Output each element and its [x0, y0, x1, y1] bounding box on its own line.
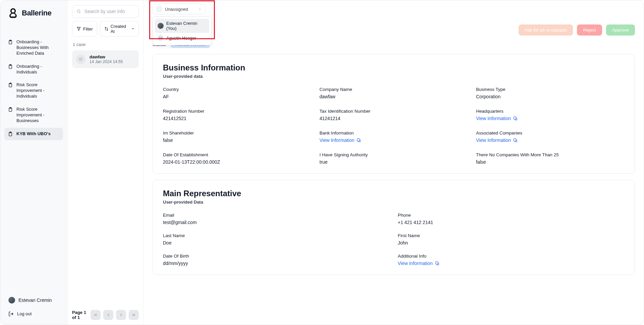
case-item[interactable]: D dawfaw 14 Jan 2024 14:55	[72, 50, 139, 68]
assignee-area: Unassigned Estevan Cremin (You) AH Agust…	[153, 4, 206, 14]
field-label: Tax Identification Number	[319, 109, 468, 114]
field-value: dawfaw	[319, 94, 468, 99]
nav-item-onboarding-ind[interactable]: Onboarding - Individuals	[4, 60, 63, 78]
field-value: 2024-01-13T22:00:00.000Z	[163, 159, 311, 165]
assignee-option-self[interactable]: Estevan Cremin (You)	[155, 19, 209, 33]
case-avatar: D	[76, 55, 85, 64]
field-headquarters: HeadquartersView Information	[476, 109, 625, 121]
field-country: CountryAF	[163, 87, 311, 99]
assignee-select[interactable]: Unassigned	[153, 4, 206, 14]
user-name: Estevan Cremin	[18, 297, 52, 303]
current-user[interactable]: Estevan Cremin	[6, 294, 62, 306]
field-dob: Date Of Birthdd/mm/yyyy	[163, 254, 390, 266]
external-link-icon	[435, 261, 440, 266]
view-link[interactable]: View Information	[319, 138, 361, 143]
clipboard-icon	[8, 107, 13, 112]
nav-item-risk-biz[interactable]: Risk Score Improvement - Businesses	[4, 103, 63, 127]
field-label: Date Of Birth	[163, 254, 390, 259]
clipboard-icon	[8, 40, 13, 45]
svg-point-10	[77, 10, 80, 12]
nav-item-kyb-ubo[interactable]: KYB With UBO's	[4, 128, 63, 140]
sort-label: Created At	[111, 24, 129, 34]
field-value: test@gmail.com	[163, 220, 390, 225]
field-label: I Have Signing Authority	[319, 152, 468, 157]
svg-rect-13	[514, 139, 516, 141]
field-label: Phone	[398, 213, 625, 218]
field-value: AF	[163, 94, 311, 99]
search-field[interactable]	[84, 9, 134, 14]
view-link[interactable]: View Information	[398, 261, 440, 266]
reupload-button[interactable]: Ask for all re-uploads	[519, 24, 573, 36]
field-signing-authority: I Have Signing Authoritytrue	[319, 152, 468, 165]
logout-icon	[8, 311, 14, 317]
sidebar-footer: Estevan Cremin Log out	[4, 294, 63, 319]
svg-rect-12	[357, 139, 359, 141]
action-buttons: Ask for all re-uploads Reject Approve	[519, 4, 635, 36]
field-label: Date Of Establishment	[163, 152, 311, 157]
field-bank-info: Bank InformationView Information	[319, 130, 468, 143]
field-label: Registration Number	[163, 109, 311, 114]
field-email: Emailtest@gmail.com	[163, 213, 390, 225]
logout-label: Log out	[17, 311, 32, 316]
field-last-name: Last NameDoe	[163, 233, 390, 246]
field-no-companies-25: There No Companies With More Than 25fals…	[476, 152, 625, 165]
logout-button[interactable]: Log out	[6, 308, 62, 319]
assignee-option-other[interactable]: AH Agustin Hoeger	[155, 33, 209, 43]
field-value: true	[319, 159, 468, 165]
field-date-establishment: Date Of Establishment2024-01-13T22:00:00…	[163, 152, 311, 165]
card-subtitle: User-provided data	[163, 74, 625, 79]
field-company-name: Company Namedawfaw	[319, 87, 468, 99]
sidebar: Ballerine Onboarding - Businesses With E…	[0, 0, 67, 325]
view-link[interactable]: View Information	[476, 138, 518, 143]
filter-icon	[76, 26, 81, 31]
field-label: There No Companies With More Than 25	[476, 152, 625, 157]
field-value: Doe	[163, 240, 390, 246]
field-value: 41241214	[319, 116, 468, 121]
field-label: Im Shareholder	[163, 130, 311, 136]
pager-last[interactable]	[129, 310, 139, 320]
external-link-icon	[513, 138, 518, 143]
nav-item-onboarding-biz[interactable]: Onboarding - Businesses With Enriched Da…	[4, 36, 63, 60]
nav-item-label: Risk Score Improvement - Individuals	[16, 82, 60, 99]
view-link[interactable]: View Information	[476, 116, 518, 121]
svg-rect-11	[514, 117, 516, 119]
field-registration-number: Registration Number421412521	[163, 109, 311, 121]
nav-item-risk-ind[interactable]: Risk Score Improvement - Individuals	[4, 79, 63, 103]
svg-rect-14	[435, 262, 438, 264]
clipboard-icon	[8, 83, 13, 88]
filter-label: Filter	[83, 26, 93, 32]
business-fields: CountryAF Company Namedawfaw Business Ty…	[163, 87, 625, 165]
case-date: 14 Jan 2024 14:55	[90, 59, 123, 64]
pager-prev[interactable]	[103, 310, 113, 320]
chevron-down-icon	[131, 27, 134, 31]
chevron-right-icon	[119, 313, 123, 317]
field-associated-companies: Associated CompaniesView Information	[476, 130, 625, 143]
pager-next[interactable]	[116, 310, 126, 320]
clipboard-icon	[8, 64, 13, 69]
nav-item-label: Onboarding - Businesses With Enriched Da…	[16, 39, 60, 56]
pager-first[interactable]	[91, 310, 101, 320]
option-label: Estevan Cremin (You)	[166, 21, 207, 31]
avatar	[158, 23, 164, 29]
nav-item-label: KYB With UBO's	[16, 131, 51, 137]
field-label: Business Type	[476, 87, 625, 92]
brand-name: Ballerine	[22, 9, 51, 17]
field-additional-info: Additional InfoView Information	[398, 254, 625, 266]
search-input[interactable]	[72, 5, 139, 18]
reject-button[interactable]: Reject	[577, 24, 602, 36]
avatar: AH	[158, 35, 164, 41]
case-name: dawfaw	[90, 54, 123, 59]
field-phone: Phone+1 421 412 2141	[398, 213, 625, 225]
page-label: Page 1 of 1	[72, 310, 86, 320]
main-panel: Unassigned Estevan Cremin (You) AH Agust…	[144, 0, 644, 325]
field-value: 421412521	[163, 116, 311, 121]
business-info-card: Business Information User-provided data …	[153, 54, 635, 174]
filter-button[interactable]: Filter	[72, 21, 97, 37]
pager	[91, 310, 139, 320]
field-value: Corporation	[476, 94, 625, 99]
field-label: Associated Companies	[476, 130, 625, 136]
approve-button[interactable]: Approve	[606, 24, 635, 36]
sort-button[interactable]: Created At	[100, 21, 139, 37]
field-label: Bank Information	[319, 130, 468, 136]
case-count: 1 case	[73, 42, 138, 47]
